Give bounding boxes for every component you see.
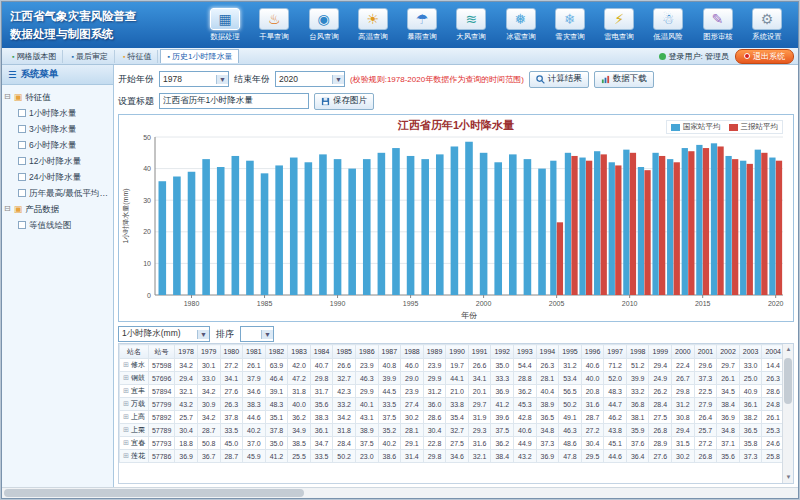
expand-icon[interactable]: ⊞	[123, 361, 129, 368]
tree-leaf-1-0[interactable]: 等值线绘图	[4, 217, 111, 233]
scroll-down-arrow[interactable]: ▼	[783, 472, 794, 483]
exit-system-button[interactable]: 退出系统	[735, 49, 794, 64]
col-year-2001[interactable]: 2001	[694, 345, 717, 359]
toolbar-item-10[interactable]: ✎图形审核	[695, 8, 741, 42]
station-name-cell[interactable]: ⊞宜春	[120, 437, 149, 450]
station-name-cell[interactable]: ⊞铜鼓	[120, 372, 149, 385]
col-year-1989[interactable]: 1989	[423, 345, 446, 359]
col-year-1997[interactable]: 1997	[604, 345, 627, 359]
table-row[interactable]: ⊞莲花5778636.936.728.745.941.225.533.550.2…	[120, 450, 783, 463]
checkbox[interactable]	[18, 173, 26, 181]
tab-2[interactable]: ▪特征值	[117, 50, 158, 63]
toolbar-item-8[interactable]: ⚡雷电查询	[596, 8, 642, 42]
col-year-1986[interactable]: 1986	[355, 345, 378, 359]
vertical-scrollbar[interactable]: ▲ ▼	[782, 344, 793, 483]
table-row[interactable]: ⊞修水5759834.230.127.226.163.942.040.726.6…	[120, 359, 783, 372]
expand-icon[interactable]: ⊞	[123, 387, 129, 394]
col-year-2003[interactable]: 2003	[739, 345, 762, 359]
checkbox[interactable]	[18, 221, 26, 229]
table-row[interactable]: ⊞上栗5778930.428.733.540.237.834.936.131.8…	[120, 424, 783, 437]
station-name-cell[interactable]: ⊞宜丰	[120, 385, 149, 398]
expand-icon[interactable]: ⊞	[123, 374, 129, 381]
tab-1[interactable]: ▪最后审定	[65, 50, 114, 63]
tab-3[interactable]: ▪历史1小时降水量	[160, 49, 239, 63]
table-row[interactable]: ⊞铜鼓5769629.433.034.137.946.447.229.832.7…	[120, 372, 783, 385]
checkbox[interactable]	[18, 157, 26, 165]
col-year-1987[interactable]: 1987	[378, 345, 401, 359]
toolbar-item-4[interactable]: ☂暴雨查询	[399, 8, 445, 42]
tree-leaf-0-3[interactable]: 12小时降水量	[4, 153, 111, 169]
station-name-cell[interactable]: ⊞莲花	[120, 450, 149, 463]
col-year-1995[interactable]: 1995	[559, 345, 582, 359]
toolbar-item-5[interactable]: ≋大风查询	[448, 8, 494, 42]
col-year-1982[interactable]: 1982	[265, 345, 288, 359]
col-year-1984[interactable]: 1984	[310, 345, 333, 359]
col-year-1994[interactable]: 1994	[536, 345, 559, 359]
col-year-1978[interactable]: 1978	[175, 345, 198, 359]
end-year-select[interactable]: 2020 ▼	[275, 71, 345, 87]
col-year-1990[interactable]: 1990	[446, 345, 469, 359]
table-scroll-region[interactable]: 站名站号197819791980198119821983198419851986…	[119, 344, 782, 483]
toolbar-item-3[interactable]: ☀高温查询	[350, 8, 396, 42]
toolbar-item-11[interactable]: ⚙系统设置	[744, 8, 790, 42]
scroll-up-arrow[interactable]: ▲	[783, 344, 794, 355]
toolbar-item-7[interactable]: ❄雪灾查询	[547, 8, 593, 42]
toolbar-item-6[interactable]: ❅冰雹查询	[498, 8, 544, 42]
col-station-name[interactable]: 站名	[120, 345, 149, 359]
col-year-1998[interactable]: 1998	[626, 345, 649, 359]
tree-leaf-0-0[interactable]: 1小时降水量	[4, 105, 111, 121]
start-year-select[interactable]: 1978 ▼	[159, 71, 229, 87]
col-year-1999[interactable]: 1999	[649, 345, 672, 359]
col-year-2002[interactable]: 2002	[717, 345, 740, 359]
expand-icon[interactable]: ⊞	[123, 413, 129, 420]
table-row[interactable]: ⊞宜春5779318.850.845.037.035.038.534.728.4…	[120, 437, 783, 450]
chart-title-input[interactable]	[159, 93, 309, 109]
col-year-1992[interactable]: 1992	[491, 345, 514, 359]
table-row[interactable]: ⊞万载5779943.230.926.338.348.340.035.633.2…	[120, 398, 783, 411]
vertical-scroll-thumb[interactable]	[784, 358, 792, 404]
col-year-1993[interactable]: 1993	[514, 345, 537, 359]
col-year-1979[interactable]: 1979	[197, 345, 220, 359]
toolbar-item-2[interactable]: ◉台风查询	[301, 8, 347, 42]
col-year-1980[interactable]: 1980	[220, 345, 243, 359]
station-name-cell[interactable]: ⊞修水	[120, 359, 149, 372]
expand-icon[interactable]: ⊞	[123, 439, 129, 446]
col-year-2000[interactable]: 2000	[672, 345, 695, 359]
station-name-cell[interactable]: ⊞上栗	[120, 424, 149, 437]
toolbar-item-1[interactable]: ♨干旱查询	[251, 8, 297, 42]
save-image-button[interactable]: 保存图片	[314, 93, 374, 110]
horizontal-scrollbar[interactable]	[2, 487, 798, 498]
tab-0[interactable]: ▪网格版本图	[6, 50, 63, 63]
expand-icon[interactable]: ⊞	[123, 400, 129, 407]
checkbox[interactable]	[18, 109, 26, 117]
checkbox[interactable]	[18, 189, 26, 197]
col-year-1988[interactable]: 1988	[401, 345, 424, 359]
tree-leaf-0-2[interactable]: 6小时降水量	[4, 137, 111, 153]
toolbar-item-0[interactable]: ▦数据处理	[202, 8, 248, 42]
checkbox[interactable]	[18, 125, 26, 133]
tree-leaf-0-5[interactable]: 历年最高/最低平均气温	[4, 185, 111, 201]
table-row[interactable]: ⊞上高5789225.734.237.844.635.136.238.334.2…	[120, 411, 783, 424]
checkbox[interactable]	[18, 141, 26, 149]
station-name-cell[interactable]: ⊞万载	[120, 398, 149, 411]
col-station-id[interactable]: 站号	[148, 345, 174, 359]
station-name-cell[interactable]: ⊞上高	[120, 411, 149, 424]
tree-node-1[interactable]: ⊟▣产品数据	[4, 201, 111, 217]
table-row[interactable]: ⊞宜丰5789432.134.227.634.639.131.831.742.3…	[120, 385, 783, 398]
collapse-icon[interactable]: ⊟	[4, 89, 11, 105]
expand-icon[interactable]: ⊞	[123, 452, 129, 459]
col-year-1981[interactable]: 1981	[243, 345, 266, 359]
download-data-button[interactable]: 数据下载	[594, 71, 654, 88]
metric-select[interactable]: 1小时降水(mm) ▼	[118, 326, 210, 342]
col-year-2004[interactable]: 2004	[762, 345, 782, 359]
col-year-1983[interactable]: 1983	[288, 345, 311, 359]
horizontal-scroll-thumb[interactable]	[4, 489, 304, 497]
expand-icon[interactable]: ⊞	[123, 426, 129, 433]
sort-select[interactable]: ▼	[240, 326, 274, 342]
tree-node-0[interactable]: ⊟▣特征值	[4, 89, 111, 105]
calculate-button[interactable]: 计算结果	[529, 71, 589, 88]
col-year-1991[interactable]: 1991	[468, 345, 491, 359]
tree-leaf-0-1[interactable]: 3小时降水量	[4, 121, 111, 137]
col-year-1985[interactable]: 1985	[333, 345, 356, 359]
toolbar-item-9[interactable]: ☃低温风险	[645, 8, 691, 42]
